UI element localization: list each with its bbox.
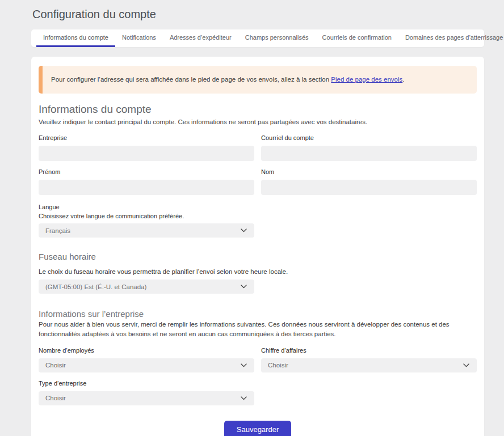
company-type-select-value: Choisir <box>45 395 66 401</box>
tab-courriels-confirmation[interactable]: Courriels de confirmation <box>316 29 398 47</box>
last-name-field: Nom <box>261 168 477 195</box>
first-name-input[interactable] <box>39 180 254 195</box>
chevron-down-icon <box>241 396 247 400</box>
tab-informations-du-compte[interactable]: Informations du compte <box>36 29 115 47</box>
first-name-label: Prénom <box>39 168 254 175</box>
account-email-label: Courriel du compte <box>261 134 477 141</box>
tab-label: Notifications <box>122 34 156 41</box>
banner-text: Pour configurer l’adresse qui sera affic… <box>51 76 331 83</box>
employees-select[interactable]: Choisir <box>39 358 254 372</box>
revenue-field: Chiffre d’affaires Choisir <box>261 347 477 372</box>
language-select-value: Français <box>45 227 70 234</box>
company-input[interactable] <box>39 146 254 161</box>
tab-label: Champs personnalisés <box>245 34 309 41</box>
save-row: Sauvegarder <box>39 421 477 436</box>
tab-champs-personnalises[interactable]: Champs personnalisés <box>238 29 316 47</box>
account-email-field: Courriel du compte <box>261 134 477 161</box>
chevron-down-icon <box>463 363 469 367</box>
footer-section-link[interactable]: Pied de page des envois <box>331 76 402 83</box>
tab-label: Domaines des pages d’atterrissage <box>405 34 503 41</box>
account-email-input[interactable] <box>261 146 477 161</box>
page-title: Configuration du compte <box>31 0 484 29</box>
timezone-select[interactable]: (GMT-05:00) Est (É.-U. et Canada) <box>39 280 254 294</box>
tab-label: Courriels de confirmation <box>322 34 392 41</box>
timezone-helper: Le choix du fuseau horaire vous permettr… <box>39 268 477 275</box>
language-helper: Choisissez votre langue de communication… <box>39 213 477 219</box>
employees-label: Nombre d’employés <box>39 347 254 354</box>
last-name-label: Nom <box>261 168 477 175</box>
revenue-label: Chiffre d’affaires <box>261 347 477 354</box>
last-name-input[interactable] <box>261 180 477 195</box>
save-button[interactable]: Sauvegarder <box>224 421 291 436</box>
chevron-down-icon <box>241 285 247 289</box>
first-name-field: Prénom <box>39 168 254 195</box>
tab-label: Informations du compte <box>43 34 108 41</box>
language-field: Langue Choisissez votre langue de commun… <box>39 204 477 238</box>
employees-field: Nombre d’employés Choisir <box>39 347 254 372</box>
banner-accent-bar <box>39 66 43 94</box>
account-info-heading: Informations du compte <box>39 103 477 116</box>
chevron-down-icon <box>241 363 247 367</box>
tab-bar: Informations du compte Notifications Adr… <box>31 29 484 47</box>
revenue-select-value: Choisir <box>268 362 288 369</box>
tab-notifications[interactable]: Notifications <box>115 29 163 47</box>
page-container: Configuration du compte Informations du … <box>31 0 484 436</box>
company-info-row: Nombre d’employés Choisir Chiffre d’affa… <box>39 347 477 380</box>
tab-adresses-expediteur[interactable]: Adresses d’expéditeur <box>163 29 238 47</box>
content-card: Pour configurer l’adresse qui sera affic… <box>31 57 484 436</box>
tab-domaines-atterrissage[interactable]: Domaines des pages d’atterrissage <box>398 29 504 47</box>
company-type-label: Type d’entreprise <box>39 380 477 387</box>
info-banner: Pour configurer l’adresse qui sera affic… <box>39 66 477 94</box>
timezone-select-value: (GMT-05:00) Est (É.-U. et Canada) <box>45 283 146 290</box>
language-select[interactable]: Français <box>39 223 254 238</box>
company-label: Entreprise <box>39 134 254 141</box>
company-info-heading: Informations sur l’entreprise <box>39 309 477 319</box>
revenue-select[interactable]: Choisir <box>261 358 477 372</box>
timezone-heading: Fuseau horaire <box>39 252 477 261</box>
company-type-select[interactable]: Choisir <box>39 391 254 405</box>
account-fields-row-1: Entreprise Courriel du compte <box>39 134 477 168</box>
company-info-subtitle: Pour nous aider à bien vous servir, merc… <box>39 320 477 340</box>
banner-text-end: . <box>402 76 404 83</box>
language-label: Langue <box>39 204 477 210</box>
account-fields-row-2: Prénom Nom <box>39 168 477 202</box>
employees-select-value: Choisir <box>45 362 66 369</box>
account-info-subtitle: Veuillez indiquer le contact principal d… <box>39 117 477 127</box>
company-field: Entreprise <box>39 134 254 161</box>
tab-label: Adresses d’expéditeur <box>170 34 232 41</box>
chevron-down-icon <box>241 228 247 232</box>
company-type-field: Type d’entreprise Choisir <box>39 380 477 405</box>
